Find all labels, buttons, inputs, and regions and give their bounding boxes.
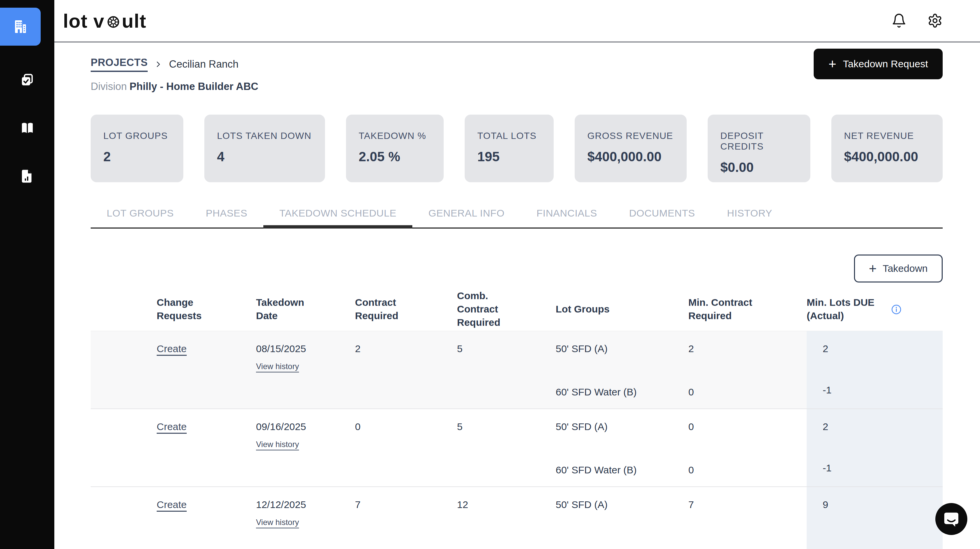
tab-general-info[interactable]: GENERAL INFO xyxy=(412,208,520,227)
comb-contract-required-value: 5 xyxy=(457,409,556,459)
stat-card-net-revenue: NET REVENUE $400,000.00 xyxy=(831,114,943,182)
view-history-link[interactable]: View history xyxy=(256,440,299,449)
app-logo: lot v ult xyxy=(63,10,146,32)
create-change-request-link[interactable]: Create xyxy=(157,343,187,354)
takedown-date: 08/15/2025 xyxy=(256,343,355,354)
lot-group-name: 60' SFD Water (B) xyxy=(556,381,688,408)
comb-contract-required-value: 12 xyxy=(457,487,556,537)
logo-text-post: ult xyxy=(122,10,146,32)
stat-card-deposit-credits: DEPOSIT CREDITS $0.00 xyxy=(708,114,810,182)
breadcrumb-projects-link[interactable]: PROJECTS xyxy=(91,57,148,72)
settings-gear-icon[interactable] xyxy=(928,13,943,28)
project-tabs: LOT GROUPS PHASES TAKEDOWN SCHEDULE GENE… xyxy=(91,208,943,228)
min-lots-due-column: 2 -1 xyxy=(807,409,943,486)
chat-bubble-icon xyxy=(943,510,960,528)
top-bar: lot v ult xyxy=(54,0,980,43)
stat-card-lots-taken-down: LOTS TAKEN DOWN 4 xyxy=(204,114,325,182)
min-lots-due-value: -1 xyxy=(822,462,943,474)
min-contract-value: 2 xyxy=(688,331,807,381)
col-header-comb-contract-required: Comb. Contract Required xyxy=(457,289,556,329)
create-change-request-link[interactable]: Create xyxy=(157,421,187,432)
buildings-icon xyxy=(12,19,28,35)
table-header-row: Change Requests Takedown Date Contract R… xyxy=(91,287,943,331)
clipboard-check-icon xyxy=(20,73,35,88)
col-header-change-requests: Change Requests xyxy=(157,296,256,322)
min-contract-value: 0 xyxy=(688,409,807,459)
sidebar-item-library[interactable] xyxy=(0,115,54,141)
lot-group-name: 50' SFD (A) xyxy=(556,331,688,381)
tab-documents[interactable]: DOCUMENTS xyxy=(613,208,711,227)
tab-takedown-schedule[interactable]: TAKEDOWN SCHEDULE xyxy=(263,208,412,227)
report-document-icon xyxy=(20,168,35,184)
min-contract-value: 0 xyxy=(688,381,807,408)
open-book-icon xyxy=(20,121,35,136)
tab-phases[interactable]: PHASES xyxy=(190,208,263,227)
min-contract-value: 0 xyxy=(688,459,807,486)
col-header-lot-groups: Lot Groups xyxy=(556,303,688,316)
division-label: Division xyxy=(91,81,127,92)
min-lots-due-column: 9 xyxy=(807,487,943,549)
contract-required-value: 0 xyxy=(355,409,457,459)
takedown-date: 09/16/2025 xyxy=(256,421,355,432)
table-row: Create 08/15/2025 View history 2 5 50' S… xyxy=(91,331,943,408)
takedown-schedule-table: Change Requests Takedown Date Contract R… xyxy=(91,287,943,549)
division-line: DivisionPhilly - Home Builder ABC xyxy=(91,81,943,93)
chat-launcher-button[interactable] xyxy=(935,503,967,535)
create-change-request-link[interactable]: Create xyxy=(157,499,187,510)
takedown-request-button[interactable]: + Takedown Request xyxy=(814,49,943,79)
min-lots-due-column: 2 -1 xyxy=(807,331,943,408)
breadcrumb-current: Cecilian Ranch xyxy=(169,58,239,70)
lot-group-name: 60' SFD Water (B) xyxy=(556,459,688,486)
chevron-right-icon xyxy=(154,60,163,69)
lot-group-name: 50' SFD (A) xyxy=(556,409,688,459)
view-history-link[interactable]: View history xyxy=(256,518,299,527)
tab-history[interactable]: HISTORY xyxy=(711,208,788,227)
min-contract-value: 7 xyxy=(688,487,807,537)
col-header-min-contract-required: Min. Contract Required xyxy=(688,296,807,322)
min-lots-due-value: -1 xyxy=(822,384,943,396)
sidebar-item-tasks[interactable] xyxy=(0,67,54,94)
sidebar xyxy=(0,0,54,549)
contract-required-value: 7 xyxy=(355,487,457,537)
table-row: Create 09/16/2025 View history 0 5 50' S… xyxy=(91,408,943,486)
main-content: PROJECTS Cecilian Ranch DivisionPhilly -… xyxy=(54,43,980,549)
col-header-min-lots-due: Min. Lots DUE (Actual) xyxy=(807,296,943,322)
info-icon[interactable] xyxy=(891,305,901,314)
stat-cards: LOT GROUPS 2 LOTS TAKEN DOWN 4 TAKEDOWN … xyxy=(91,114,943,182)
min-lots-due-value: 2 xyxy=(822,331,943,354)
contract-required-value: 2 xyxy=(355,331,457,381)
comb-contract-required-value: 5 xyxy=(457,331,556,381)
tab-lot-groups[interactable]: LOT GROUPS xyxy=(91,208,190,227)
stat-card-total-lots: TOTAL LOTS 195 xyxy=(465,114,554,182)
takedown-date: 12/12/2025 xyxy=(256,499,355,510)
stat-card-gross-revenue: GROSS REVENUE $400,000.00 xyxy=(575,114,687,182)
tab-financials[interactable]: FINANCIALS xyxy=(520,208,613,227)
logo-text-pre: lot v xyxy=(63,10,104,32)
col-header-takedown-date: Takedown Date xyxy=(256,296,355,322)
add-takedown-button[interactable]: + Takedown xyxy=(854,254,943,282)
table-row: Create 12/12/2025 View history 7 12 50' … xyxy=(91,486,943,549)
sidebar-item-reports[interactable] xyxy=(0,163,54,190)
stat-card-lot-groups: LOT GROUPS 2 xyxy=(91,114,183,182)
view-history-link[interactable]: View history xyxy=(256,362,299,371)
division-value: Philly - Home Builder ABC xyxy=(130,81,258,92)
col-header-contract-required: Contract Required xyxy=(355,296,457,322)
stat-card-takedown-pct: TAKEDOWN % 2.05 % xyxy=(346,114,444,182)
min-lots-due-value: 9 xyxy=(822,487,943,510)
lot-group-name: 50' SFD (A) xyxy=(556,487,688,537)
notifications-bell-icon[interactable] xyxy=(891,13,907,28)
vault-dial-icon xyxy=(106,14,121,29)
sidebar-item-projects[interactable] xyxy=(0,8,41,46)
min-lots-due-value: 2 xyxy=(822,409,943,432)
